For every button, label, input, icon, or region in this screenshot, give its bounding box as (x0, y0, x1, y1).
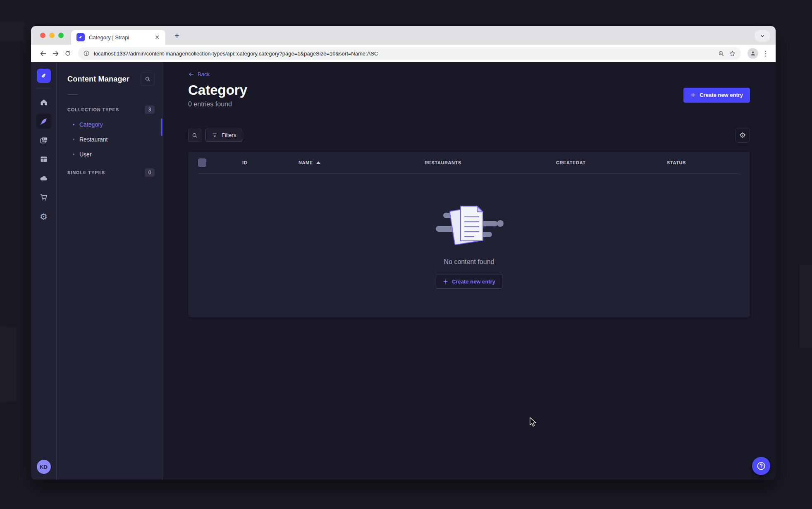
content-type-builder-icon[interactable] (36, 152, 51, 167)
entries-table: ID NAME RESTAURANTS CREATEDAT STATUS (188, 152, 750, 317)
info-icon[interactable] (83, 50, 90, 57)
url-text[interactable]: localhost:1337/admin/content-manager/col… (94, 50, 714, 57)
column-header-name[interactable]: NAME (299, 160, 425, 165)
create-new-entry-button[interactable]: Create new entry (683, 88, 750, 103)
filter-icon (212, 132, 218, 138)
entries-count: 0 entries found (188, 101, 247, 108)
browser-toolbar: localhost:1337/admin/content-manager/col… (31, 45, 776, 62)
nav-rail: ⚙ KD (31, 62, 57, 480)
filters-button[interactable]: Filters (205, 129, 242, 142)
view-settings-gear-icon[interactable]: ⚙ (735, 128, 750, 143)
single-types-section-header: SINGLE TYPES 0 (57, 165, 162, 180)
bookmark-star-icon[interactable] (729, 50, 736, 57)
tab-close-icon[interactable]: ✕ (153, 34, 161, 41)
sort-asc-icon (316, 161, 320, 164)
strapi-favicon-icon (76, 33, 85, 41)
forward-icon[interactable] (49, 47, 62, 60)
collection-types-count-badge: 3 (145, 106, 155, 114)
home-icon[interactable] (36, 95, 51, 110)
reload-icon[interactable] (62, 47, 74, 60)
plus-icon (690, 92, 696, 98)
strapi-admin-app: ⚙ KD Content Manager COLLECTION TYPES 3 … (31, 62, 776, 480)
zoom-window-button[interactable] (58, 33, 64, 38)
sidebar-item-user[interactable]: User (57, 147, 162, 162)
zoom-icon[interactable] (718, 50, 725, 57)
media-library-icon[interactable] (36, 133, 51, 148)
column-header-status[interactable]: STATUS (667, 160, 750, 165)
question-mark-icon (756, 461, 766, 471)
browser-window: Category | Strapi ✕ + localhost:1337/adm… (31, 26, 776, 480)
tab-title: Category | Strapi (89, 34, 153, 41)
back-icon[interactable] (37, 47, 49, 60)
user-avatar[interactable]: KD (37, 460, 51, 474)
search-icon[interactable] (141, 72, 155, 86)
no-content-message: No content found (444, 258, 494, 266)
address-bar[interactable]: localhost:1337/admin/content-manager/col… (78, 47, 741, 60)
minimize-window-button[interactable] (49, 33, 55, 38)
marketplace-icon[interactable] (36, 190, 51, 205)
browser-tab[interactable]: Category | Strapi ✕ (71, 30, 165, 45)
panel-title: Content Manager (67, 75, 129, 84)
overflow-menu-icon[interactable]: ⋮ (761, 49, 770, 58)
settings-icon[interactable]: ⚙ (36, 209, 51, 224)
close-window-button[interactable] (40, 33, 45, 38)
help-button[interactable] (752, 457, 770, 475)
plus-icon (443, 279, 448, 284)
cloud-icon[interactable] (36, 171, 51, 186)
column-header-createdat[interactable]: CREATEDAT (556, 160, 667, 165)
back-link[interactable]: Back (188, 71, 210, 77)
table-search-icon[interactable] (188, 129, 201, 142)
page-title: Category (188, 82, 247, 98)
column-header-restaurants[interactable]: RESTAURANTS (425, 160, 556, 165)
select-all-checkbox[interactable] (198, 158, 206, 167)
new-tab-button[interactable]: + (172, 30, 182, 41)
desktop-background-shape (0, 327, 17, 401)
collection-types-section-header: COLLECTION TYPES 3 (57, 102, 162, 117)
content-manager-panel: Content Manager COLLECTION TYPES 3 Categ… (57, 62, 162, 480)
bullet-icon (73, 139, 74, 140)
sidebar-item-restaurant[interactable]: Restaurant (57, 132, 162, 147)
single-types-count-badge: 0 (145, 168, 155, 177)
table-header-row: ID NAME RESTAURANTS CREATEDAT STATUS (188, 152, 750, 173)
empty-state: No content found Create new entry (188, 174, 750, 317)
tab-search-chevron-icon[interactable] (755, 30, 770, 42)
bullet-icon (73, 124, 74, 125)
empty-documents-illustration (434, 202, 504, 247)
column-header-id[interactable]: ID (242, 160, 299, 165)
sidebar-item-category[interactable]: Category (57, 117, 162, 132)
window-controls (40, 33, 64, 38)
content-manager-icon[interactable] (36, 114, 51, 129)
profile-icon[interactable] (748, 48, 758, 59)
browser-tab-strip: Category | Strapi ✕ + (31, 26, 776, 45)
bullet-icon (73, 154, 74, 155)
panel-divider (67, 94, 78, 95)
rail-divider (36, 89, 52, 89)
empty-create-new-entry-button[interactable]: Create new entry (436, 274, 502, 289)
arrow-left-icon (188, 71, 194, 77)
strapi-logo-icon[interactable] (37, 69, 51, 83)
main-content: Back Category 0 entries found Create new… (162, 62, 776, 480)
desktop-background-shape (800, 265, 812, 348)
desktop-background-shape (0, 22, 25, 41)
